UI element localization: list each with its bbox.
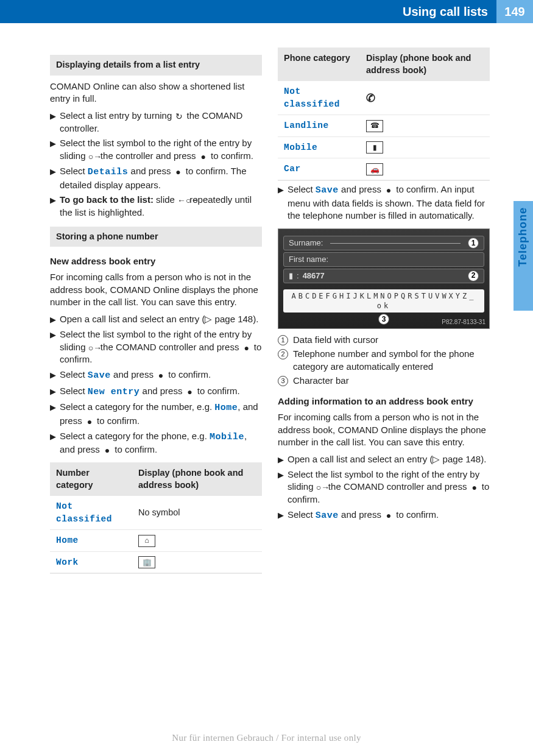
cat-work: Work [56,557,79,567]
callout-num-2: 2 [278,349,288,359]
step: Select Save and press ● to confirm. [288,509,490,523]
callout-1-icon: 1 [468,238,479,249]
press-icon: ● [470,482,479,492]
sec3-intro: For incoming calls from a person who is … [278,411,490,448]
ui-save: Save [316,185,339,196]
table-row: Work🏢 [50,551,262,573]
home-icon: ⌂ [138,535,155,547]
page-number: 149 [496,0,533,23]
callout-2-icon: 2 [468,270,479,281]
table-row: Car🚗 [278,158,490,180]
slide-both-icon: ←○→ [177,196,187,205]
cat-car: Car [284,164,301,174]
press-icon: ● [384,510,394,520]
sec2-intro: For incoming calls from a person who is … [50,271,262,308]
cat-not-classified: Not classified [56,501,112,524]
step: Select the list symbol to the right of t… [60,328,262,366]
table-row: Home⌂ [50,530,262,552]
ui-home: Home [214,403,238,413]
press-icon: ● [242,343,252,353]
slide-right-icon: ○→ [88,343,98,353]
cat-home: Home [56,535,79,545]
step: Select a list entry by turning ↻ the COM… [60,110,262,135]
surname-field: Surname: 1 [283,236,484,250]
step: To go back to the list: slide ←○→ repeat… [60,194,262,219]
number-field: ▮: 48677 2 [283,269,484,283]
ui-details: Details [88,167,129,177]
office-icon: 🏢 [138,556,155,568]
press-icon: ● [384,185,394,195]
step: Open a call list and select an entry (▷ … [288,453,490,466]
screenshot-tag: P82.87-8133-31 [442,318,485,327]
input-screenshot: Surname: 1 First name: ▮: 48677 2 ABCDEF… [278,228,490,329]
table-row: Mobile▮ [278,136,490,158]
step: Select Details and press ● to confirm. T… [60,165,262,191]
callout-text: Telephone number and symbol for the phon… [293,348,490,373]
table-row: Not classifiedNo symbol [50,496,262,530]
slide-right-icon: ○→ [88,152,98,161]
press-icon: ● [156,370,166,380]
ui-new-entry: New entry [88,387,140,397]
step: Select the list symbol to the right of t… [288,468,490,506]
cat-not-classified: Not classified [284,87,340,109]
slide-right-icon: ○→ [316,482,326,492]
step: Select a category for the phone, e.g. Mo… [60,430,262,456]
table-row: Not classified✆ [278,81,490,115]
press-icon: ● [85,417,94,426]
firstname-field: First name: [283,252,484,267]
section-displaying-details: Displaying details from a list entry [50,55,262,76]
step: Select Save and press ● to confirm. An i… [288,183,490,222]
number-category-table: Number categoryDisplay (phone book and a… [50,462,262,574]
landline-icon: ☎ [366,120,383,132]
th: Display (phone book and address book) [132,462,262,496]
mobile-icon: ▮ [289,270,293,281]
sec1-steps: ▶Select a list entry by turning ↻ the CO… [50,110,262,219]
th: Phone category [278,48,360,81]
sec2-steps: ▶Open a call list and select an entry (▷… [50,313,262,456]
section-storing: Storing a phone number [50,227,262,247]
footer-watermark: Nur für internen Gebrauch / For internal… [0,732,533,744]
step: Select a category for the number, e.g. H… [60,401,262,427]
callout-legend: 1Data field with cursor 2Telephone numbe… [278,334,490,387]
page-header: Using call lists 149 [0,0,533,23]
step: Select the list symbol to the right of t… [60,137,262,162]
press-icon: ● [199,152,208,161]
side-tab-label: Telephone [515,207,530,267]
callout-text: Data field with cursor [293,334,490,346]
step: Open a call list and select an entry (▷ … [60,313,262,326]
car-icon: 🚗 [366,163,383,175]
th: Number category [50,462,132,496]
callout-num-1: 1 [278,335,288,345]
th: Display (phone book and address book) [360,48,490,81]
callout-3-icon: 3 [378,314,389,325]
right-column: Phone categoryDisplay (phone book and ad… [278,48,490,576]
cat-mobile: Mobile [284,143,317,152]
header-title: Using call lists [403,4,496,20]
sec3-steps: ▶Open a call list and select an entry (▷… [278,453,490,522]
step: Select New entry and press ● to confirm. [60,385,262,399]
callout-text: Character bar [293,375,490,387]
character-bar: ABCDEFGHIJKLMNOPQRSTUVWXYZ_ ok [283,289,484,313]
step: Select Save and press ● to confirm. [60,369,262,383]
ui-save: Save [88,370,111,381]
sub-new-entry: New address book entry [50,255,262,267]
ui-save: Save [316,510,339,521]
mobile-icon: ▮ [366,141,383,154]
table-row: Landline☎ [278,115,490,137]
press-icon: ● [102,445,112,455]
left-column: Displaying details from a list entry COM… [50,48,262,576]
press-icon: ● [174,167,183,177]
phone-category-table: Phone categoryDisplay (phone book and ad… [278,48,490,181]
handset-icon: ✆ [366,92,375,104]
cell: No symbol [132,496,262,530]
callout-num-3: 3 [278,376,288,386]
sec1-intro: COMAND Online can also show a shortened … [50,80,262,105]
sub-adding-info: Adding information to an address book en… [278,395,490,408]
turn-icon: ↻ [174,111,184,121]
cat-landline: Landline [284,121,329,130]
ui-mobile: Mobile [210,432,244,442]
press-icon: ● [185,387,195,397]
right-step: ▶Select Save and press ● to confirm. An … [278,183,490,222]
